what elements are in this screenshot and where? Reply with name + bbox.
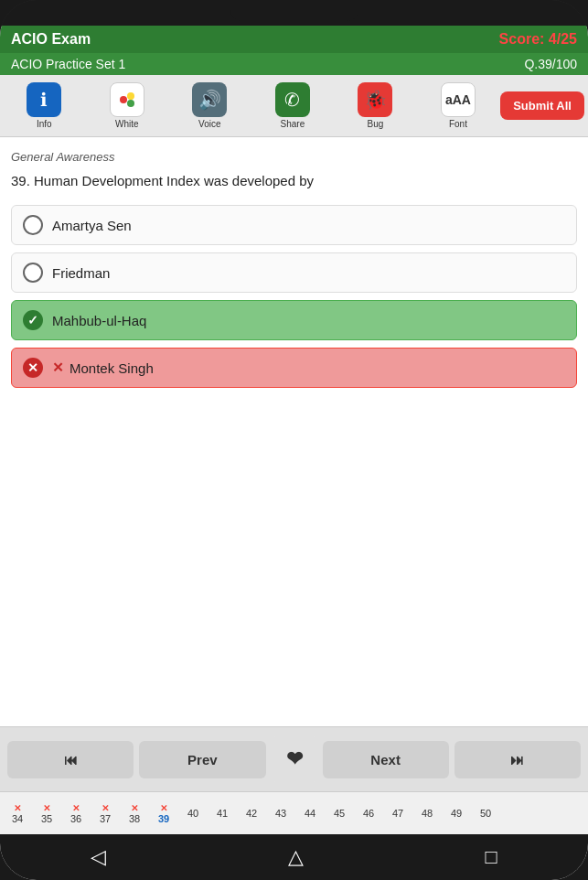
question-count-label: Q.39/100 <box>524 57 577 71</box>
last-button[interactable]: ⏭ <box>454 741 581 778</box>
bug-label: Bug <box>367 119 383 129</box>
back-button[interactable]: ◁ <box>72 838 124 876</box>
font-icon: aAA <box>441 82 476 117</box>
practice-set-label: ACIO Practice Set 1 <box>11 57 125 71</box>
radio-b <box>23 263 43 283</box>
option-b-text: Friedman <box>52 265 110 281</box>
wrong-mark: ✕ <box>52 360 64 376</box>
q-num-48[interactable]: 48 <box>413 800 441 827</box>
nav-bar: ⏮ Prev ❤ Next ⏭ <box>0 726 588 791</box>
info-label: Info <box>37 119 52 129</box>
q-num-47[interactable]: 47 <box>384 800 412 827</box>
share-icon: ✆ <box>275 82 310 117</box>
info-tool[interactable]: ℹ Info <box>4 80 85 131</box>
font-label: Font <box>449 119 467 129</box>
option-c-text: Mahbub-ul-Haq <box>52 313 146 328</box>
white-tool[interactable]: White <box>87 80 168 131</box>
option-a[interactable]: Amartya Sen <box>11 205 577 245</box>
prev-button[interactable]: Prev <box>139 741 265 778</box>
option-b[interactable]: Friedman <box>11 252 577 293</box>
voice-tool[interactable]: 🔊 Voice <box>169 80 251 131</box>
q-num-37[interactable]: ✕37 <box>91 800 119 827</box>
question-body: Human Development Index was developed by <box>34 173 314 188</box>
home-button[interactable]: △ <box>270 838 322 876</box>
first-icon: ⏮ <box>64 752 78 767</box>
svg-point-2 <box>127 100 134 107</box>
q-num-45[interactable]: 45 <box>326 800 353 827</box>
white-icon <box>110 82 144 117</box>
submit-all-button[interactable]: Submit All <box>500 91 584 120</box>
white-label: White <box>115 119 139 129</box>
voice-icon: 🔊 <box>192 82 227 117</box>
app-title: ACIO Exam <box>11 31 91 48</box>
question-number-bar: ✕34✕35✕36✕37✕38✕394041424344454647484950 <box>0 791 588 834</box>
q-num-40[interactable]: 40 <box>179 800 207 827</box>
q-num-36[interactable]: ✕36 <box>62 800 90 827</box>
content-area: General Awareness 39. Human Development … <box>0 137 588 726</box>
recents-button[interactable]: □ <box>466 838 515 876</box>
q-num-46[interactable]: 46 <box>355 800 382 827</box>
app-header: ACIO Exam Score: 4/25 <box>0 26 588 53</box>
q-num-39[interactable]: ✕39 <box>150 800 177 827</box>
q-num-49[interactable]: 49 <box>443 800 470 827</box>
option-a-text: Amartya Sen <box>52 218 132 233</box>
status-bar <box>0 0 588 26</box>
voice-label: Voice <box>198 119 220 129</box>
bug-tool[interactable]: 🐞 Bug <box>335 80 416 131</box>
q-num-42[interactable]: 42 <box>238 800 265 827</box>
q-num-41[interactable]: 41 <box>208 800 236 827</box>
app-container: ACIO Exam Score: 4/25 ACIO Practice Set … <box>0 26 588 880</box>
q-num-34[interactable]: ✕34 <box>4 800 31 827</box>
notch <box>230 5 358 21</box>
last-icon: ⏭ <box>510 752 524 767</box>
question-text: 39. Human Development Index was develope… <box>11 171 577 190</box>
q-num-50[interactable]: 50 <box>472 800 499 827</box>
bottom-nav: ◁ △ □ <box>0 834 588 880</box>
question-number: 39. <box>11 173 30 188</box>
option-d[interactable]: ✕ ✕ Montek Singh <box>11 348 577 388</box>
prev-label: Prev <box>187 752 218 767</box>
sub-header: ACIO Practice Set 1 Q.39/100 <box>0 53 588 75</box>
font-tool[interactable]: aAA Font <box>418 80 499 131</box>
first-button[interactable]: ⏮ <box>7 741 134 778</box>
check-icon: ✓ <box>27 313 38 327</box>
option-c[interactable]: ✓ Mahbub-ul-Haq <box>11 300 577 340</box>
bug-icon: 🐞 <box>358 82 392 117</box>
option-d-text: Montek Singh <box>69 360 154 376</box>
x-icon: ✕ <box>27 360 38 375</box>
heart-icon: ❤ <box>286 747 303 771</box>
q-num-43[interactable]: 43 <box>267 800 294 827</box>
q-num-38[interactable]: ✕38 <box>121 800 148 827</box>
toolbar: ℹ Info White 🔊 Voice ✆ Share 🐞 Bug <box>0 75 588 137</box>
svg-point-0 <box>120 96 127 103</box>
next-label: Next <box>370 752 401 767</box>
q-num-35[interactable]: ✕35 <box>33 800 60 827</box>
info-icon: ℹ <box>27 82 61 117</box>
radio-c: ✓ <box>23 310 43 330</box>
heart-button[interactable]: ❤ <box>272 736 317 782</box>
next-button[interactable]: Next <box>323 741 449 778</box>
q-num-44[interactable]: 44 <box>296 800 324 827</box>
category-label: General Awareness <box>11 150 577 164</box>
share-tool[interactable]: ✆ Share <box>252 80 334 131</box>
score-label: Score: 4/25 <box>499 31 577 48</box>
radio-a <box>23 215 43 235</box>
share-label: Share <box>281 119 305 129</box>
radio-d: ✕ <box>23 358 43 378</box>
svg-point-1 <box>127 92 134 100</box>
